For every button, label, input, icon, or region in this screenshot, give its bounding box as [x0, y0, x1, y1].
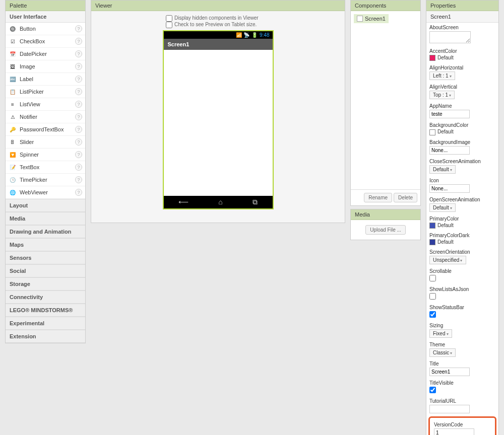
help-icon[interactable]: ? — [75, 176, 82, 183]
viewer-opt-hidden-check[interactable] — [166, 15, 172, 22]
help-icon[interactable]: ? — [75, 151, 82, 158]
help-icon[interactable]: ? — [75, 189, 82, 196]
components-header: Components — [351, 1, 420, 11]
palette-item-label: Button — [20, 26, 75, 32]
help-icon[interactable]: ? — [75, 138, 82, 146]
prop-showlistsasjson-label: ShowListsAsJson — [429, 286, 495, 292]
phone-time: 9:48 — [260, 32, 269, 38]
primarycolor-swatch[interactable] — [429, 223, 435, 229]
home-icon: ⌂ — [218, 198, 222, 206]
primarycolordark-swatch[interactable] — [429, 239, 435, 245]
help-icon[interactable]: ? — [75, 38, 82, 45]
help-icon[interactable]: ? — [75, 164, 82, 171]
prop-orientation-select[interactable]: Unspecified — [429, 256, 466, 264]
prop-closeanim-select[interactable]: Default — [429, 165, 456, 174]
palette-item-passwordtextbox[interactable]: 🔑PasswordTextBox? — [6, 123, 85, 136]
palette-item-checkbox[interactable]: ☑CheckBox? — [6, 35, 85, 48]
prop-showstatusbar-check[interactable] — [429, 311, 436, 318]
prop-theme-label: Theme — [429, 342, 495, 347]
palette-item-notifier[interactable]: ⚠Notifier? — [6, 111, 85, 123]
prop-alignh-select[interactable]: Left : 1 — [429, 71, 455, 80]
prop-versioncode-input[interactable] — [434, 428, 474, 435]
phone-statusbar: 📶 📡 🔋 9:48 — [164, 31, 273, 39]
phone-screen-title: Screen1 — [164, 39, 273, 50]
palette-item-button[interactable]: 🔘Button? — [6, 23, 85, 35]
palette-item-label: TimePicker — [20, 177, 75, 183]
prop-aboutscreen-label: AboutScreen — [429, 25, 495, 30]
sld-icon: 🎚 — [9, 138, 17, 146]
bgcolor-swatch[interactable] — [429, 129, 435, 135]
help-icon[interactable]: ? — [75, 50, 82, 57]
help-icon[interactable]: ? — [75, 113, 82, 120]
palette-item-timepicker[interactable]: 🕒TimePicker? — [6, 174, 85, 186]
prop-accentcolor-label: AccentColor — [429, 48, 495, 54]
help-icon[interactable]: ? — [75, 63, 82, 70]
palette-item-label[interactable]: 🔤Label? — [6, 73, 85, 86]
prop-theme-select[interactable]: Classic — [429, 348, 456, 357]
prop-scrollable-check[interactable] — [429, 275, 436, 281]
palette-item-slider[interactable]: 🎚Slider? — [6, 136, 85, 149]
palette-category-sensors[interactable]: Sensors — [6, 251, 85, 264]
palette-item-image[interactable]: 🖼Image? — [6, 60, 85, 73]
lview-icon: ≡ — [9, 100, 17, 108]
palette-category-layout[interactable]: Layout — [6, 199, 85, 212]
prop-appname-input[interactable] — [429, 110, 470, 118]
palette-item-label: TextBox — [20, 164, 75, 170]
palette-item-label: Spinner — [20, 152, 75, 158]
palette-category-extension[interactable]: Extension — [6, 330, 85, 343]
viewer-opt-hidden[interactable]: Display hidden components in Viewer — [166, 15, 341, 22]
highlight-box: VersionCode VersionName — [428, 416, 496, 435]
palette-category-media[interactable]: Media — [6, 212, 85, 225]
prop-bgimage-input[interactable] — [429, 146, 470, 155]
palette-item-textbox[interactable]: 📝TextBox? — [6, 161, 85, 174]
upload-file-button[interactable]: Upload File ... — [365, 225, 406, 235]
prop-showlistsasjson-check[interactable] — [429, 293, 436, 300]
prop-openanim-select[interactable]: Default — [429, 203, 456, 212]
palette-item-webviewer[interactable]: 🌐WebViewer? — [6, 186, 85, 199]
help-icon[interactable]: ? — [75, 88, 82, 95]
battery-icon: 🔋 — [251, 32, 258, 38]
prop-titlevisible-check[interactable] — [429, 387, 436, 393]
help-icon[interactable]: ? — [75, 25, 82, 32]
help-icon[interactable]: ? — [75, 126, 82, 133]
palette-category-lego-mindstorms-[interactable]: LEGO® MINDSTORMS® — [6, 304, 85, 317]
prop-aboutscreen-input[interactable] — [429, 31, 471, 43]
txt-icon: 📝 — [9, 163, 17, 171]
help-icon[interactable]: ? — [75, 101, 82, 108]
prop-tutorialurl-input[interactable] — [429, 405, 470, 413]
delete-button[interactable]: Delete — [394, 193, 417, 202]
prop-bgcolor-label: BackgroundColor — [429, 122, 495, 128]
prop-primarycolor-label: PrimaryColor — [429, 216, 495, 222]
palette-category-experimental[interactable]: Experimental — [6, 317, 85, 330]
palette-item-label: WebViewer — [20, 189, 75, 195]
prop-icon-input[interactable] — [429, 184, 470, 193]
prop-alignv-label: AlignVertical — [429, 84, 495, 90]
palette-item-datepicker[interactable]: 📅DatePicker? — [6, 48, 85, 60]
palette-category-drawing-and-animation[interactable]: Drawing and Animation — [6, 225, 85, 238]
palette-category-social[interactable]: Social — [6, 264, 85, 277]
palette-category-maps[interactable]: Maps — [6, 238, 85, 251]
palette-item-spinner[interactable]: 🔽Spinner? — [6, 149, 85, 161]
accentcolor-swatch[interactable] — [429, 55, 435, 61]
palette-item-listpicker[interactable]: 📋ListPicker? — [6, 86, 85, 98]
prop-title-input[interactable] — [429, 368, 470, 376]
prop-alignv-select[interactable]: Top : 1 — [429, 91, 455, 99]
palette-category-connectivity[interactable]: Connectivity — [6, 291, 85, 304]
prop-sizing-select[interactable]: Fixed — [429, 329, 452, 338]
palette-header: Palette — [6, 1, 85, 11]
palette-category-storage[interactable]: Storage — [6, 277, 85, 291]
component-tree-root[interactable]: Screen1 — [354, 14, 389, 23]
prop-closeanim-label: CloseScreenAnimation — [429, 159, 495, 164]
palette-item-label: Image — [20, 63, 75, 69]
rename-button[interactable]: Rename — [364, 193, 392, 202]
palette-item-listview[interactable]: ≡ListView? — [6, 98, 85, 111]
palette-item-label: Slider — [20, 139, 75, 145]
viewer-opt-tablet[interactable]: Check to see Preview on Tablet size. — [166, 22, 341, 28]
help-icon[interactable]: ? — [75, 76, 82, 83]
recent-icon: ⧉ — [253, 198, 258, 206]
prop-icon-label: Icon — [429, 178, 495, 183]
prop-orientation-label: ScreenOrientation — [429, 249, 495, 255]
viewer-opt-tablet-check[interactable] — [166, 22, 172, 28]
phone-screen[interactable] — [164, 50, 273, 196]
palette-ui-header[interactable]: User Interface — [6, 11, 85, 23]
